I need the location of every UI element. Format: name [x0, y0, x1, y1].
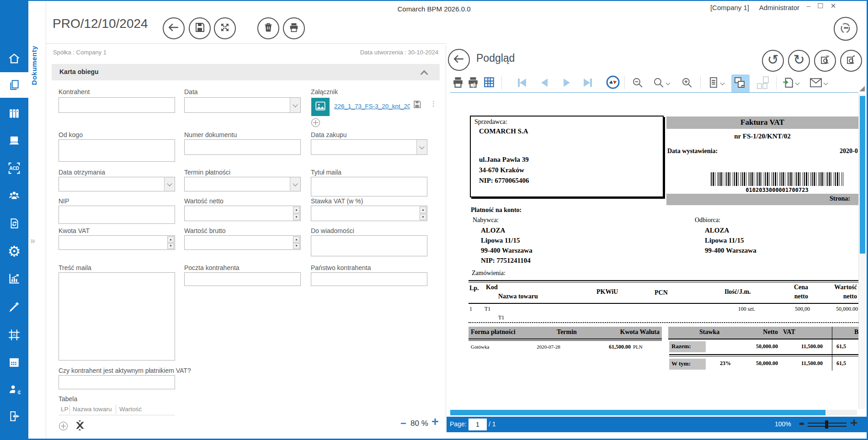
sidebar-item-user-permissions[interactable]: ⚙ [0, 376, 28, 402]
two-page-view-button[interactable] [731, 74, 750, 93]
sidebar-item-logout[interactable] [0, 403, 28, 429]
termin-platnosci-combobox[interactable] [184, 177, 301, 191]
print-preview-button[interactable] [452, 77, 464, 90]
zoom-out-button[interactable] [631, 77, 644, 90]
document-preview[interactable]: Sprzedawca: COMARCH S.A ul.Jana Pawla 39… [450, 94, 858, 409]
poczta-kontrahenta-input[interactable] [184, 272, 301, 286]
add-table-row-button[interactable] [59, 422, 68, 430]
table-header-nazwa[interactable]: Nazwa towaru [73, 406, 112, 413]
dropdown-chevron-icon[interactable] [416, 140, 427, 154]
vertical-scrollbar[interactable] [858, 94, 866, 409]
sidebar-item-statistics[interactable] [0, 266, 28, 292]
dropdown-chevron-icon[interactable] [290, 177, 300, 191]
table-header-lp[interactable]: LP [61, 406, 69, 413]
spin-down-icon[interactable] [167, 243, 174, 249]
sidebar-item-home[interactable] [0, 46, 28, 71]
spin-up-icon[interactable] [420, 207, 426, 213]
attachment-link[interactable]: 226_1_73_FS-3_20_knt_2022_2 [334, 103, 410, 110]
rotate-left-button[interactable]: ↺ [762, 50, 784, 72]
hand-tool-button[interactable] [606, 76, 620, 90]
zoom-slider-thumb[interactable] [825, 420, 828, 429]
reload-preview-button[interactable] [814, 50, 836, 72]
attachment-thumbnail[interactable] [311, 98, 330, 116]
preview-back-button[interactable] [448, 49, 470, 71]
add-attachment-button[interactable] [311, 118, 320, 127]
rotate-right-button[interactable]: ↻ [788, 50, 810, 72]
sidebar-item-repository[interactable] [0, 101, 28, 126]
back-button[interactable] [163, 17, 185, 39]
data-combobox[interactable] [184, 97, 301, 113]
resize-grip-icon[interactable] [859, 86, 865, 91]
attachment-menu-icon[interactable]: ⋮ [430, 100, 437, 108]
tytul-maila-textarea[interactable] [311, 177, 427, 196]
spin-down-icon[interactable] [293, 214, 300, 221]
export-table-icon[interactable] [74, 419, 86, 433]
kontrahent-input[interactable] [59, 97, 175, 113]
data-otrzymania-combobox[interactable] [59, 177, 175, 191]
minimize-button[interactable]: – [803, 2, 814, 10]
vertical-scrollbar-thumb[interactable] [860, 96, 865, 254]
page-input[interactable] [469, 419, 487, 430]
spin-down-icon[interactable] [420, 214, 426, 221]
open-external-button[interactable] [840, 50, 862, 72]
sidebar-item-users-group[interactable] [0, 183, 28, 208]
horizontal-scrollbar-thumb[interactable] [450, 410, 825, 415]
panel-expander[interactable]: » [30, 235, 33, 246]
attachment-save-icon[interactable] [413, 100, 421, 111]
zoom-slider-minus-button[interactable] [799, 423, 804, 425]
tab-dokumenty[interactable]: Dokumenty [30, 46, 38, 85]
dropdown-chevron-icon[interactable] [290, 98, 300, 112]
last-page-button[interactable] [584, 79, 592, 87]
horizontal-scrollbar[interactable] [450, 410, 857, 415]
sidebar-item-wizard[interactable] [0, 294, 28, 320]
sidebar-item-acd[interactable]: ACD [0, 155, 28, 181]
print-button[interactable] [283, 17, 305, 39]
wartosc-netto-spinner[interactable] [184, 206, 301, 221]
panstwo-kontrahenta-input[interactable] [311, 272, 427, 286]
spin-down-icon[interactable] [293, 243, 300, 249]
do-wiadomosci-textarea[interactable] [311, 235, 427, 256]
zoom-select-button[interactable] [651, 77, 671, 90]
zoom-slider-track[interactable] [808, 423, 847, 427]
sidebar-item-documents[interactable] [0, 72, 28, 98]
wartosc-brutto-spinner[interactable] [184, 235, 301, 250]
od-kogo-textarea[interactable] [59, 139, 175, 162]
maximize-button[interactable]: ☐ [815, 2, 826, 10]
nip-input[interactable] [59, 206, 175, 224]
page-view-button[interactable] [706, 77, 726, 90]
sidebar-item-settings[interactable]: ⚙ [0, 239, 28, 264]
zoom-in-button[interactable] [680, 77, 694, 90]
spin-up-icon[interactable] [293, 207, 300, 213]
form-zoom-in-button[interactable]: + [431, 415, 439, 429]
quick-print-button[interactable] [467, 77, 479, 90]
kwota-vat-spinner[interactable] [59, 235, 175, 250]
save-button[interactable] [189, 17, 211, 39]
first-page-button[interactable] [518, 79, 526, 87]
spin-up-icon[interactable] [167, 236, 174, 243]
zoom-slider-plus-button[interactable] [851, 419, 857, 426]
vat-question-input[interactable] [59, 375, 175, 389]
page-setup-button[interactable] [483, 77, 495, 90]
delete-button[interactable] [257, 17, 279, 39]
form-zoom-out-button[interactable]: − [400, 418, 406, 429]
export-button[interactable] [780, 77, 801, 90]
numer-dokumentu-input[interactable] [184, 139, 301, 155]
comarch-logo-button[interactable] [834, 17, 857, 41]
collapse-chevron-icon[interactable] [421, 70, 428, 78]
multi-page-view-button[interactable] [755, 76, 771, 91]
sidebar-item-ocr-area[interactable]: A [0, 322, 28, 348]
sidebar-item-document-exchange[interactable] [0, 211, 28, 236]
sidebar-item-scan-station[interactable] [0, 128, 28, 154]
data-zakupu-combobox[interactable] [311, 139, 427, 155]
next-page-button[interactable] [564, 79, 570, 87]
sidebar-item-schedule[interactable] [0, 350, 28, 375]
prev-page-button[interactable] [541, 79, 548, 87]
close-button[interactable]: ✕ [828, 2, 839, 10]
stawka-vat-spinner[interactable] [311, 206, 427, 221]
fullscreen-button[interactable] [214, 17, 236, 39]
table-header-wartosc[interactable]: Wartość [119, 406, 142, 413]
tresc-maila-textarea[interactable] [59, 272, 175, 360]
spin-up-icon[interactable] [293, 236, 300, 243]
dropdown-chevron-icon[interactable] [164, 177, 175, 191]
send-email-button[interactable] [807, 77, 829, 90]
